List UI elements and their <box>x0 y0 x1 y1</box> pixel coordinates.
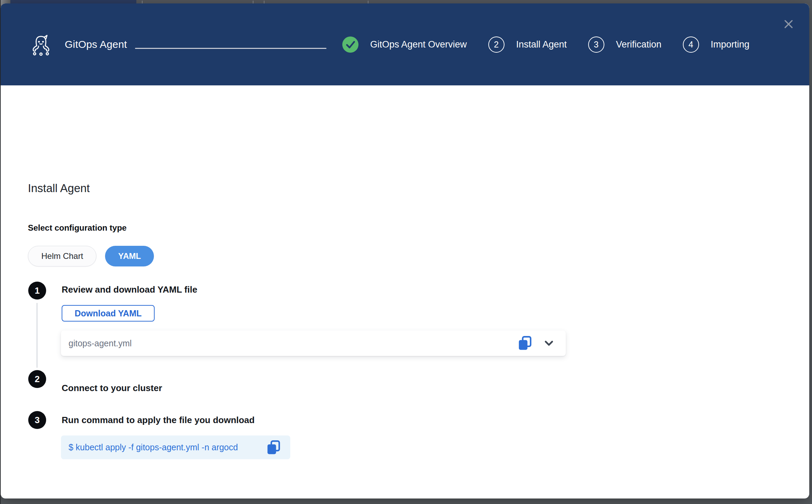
step-number-bullet: 2 <box>488 36 504 53</box>
step-1-number: 1 <box>28 282 46 300</box>
step-3-number: 3 <box>28 411 46 429</box>
close-button[interactable] <box>783 18 794 30</box>
config-option-yaml[interactable]: YAML <box>105 246 154 266</box>
copy-icon[interactable] <box>266 440 281 455</box>
stepper-item-install-agent[interactable]: 2 Install Agent <box>488 36 567 53</box>
wizard-header: GitOps Agent GitOps Agent Overview 2 Ins… <box>1 3 809 85</box>
stepper-label: Verification <box>616 39 662 50</box>
stepper-label: Install Agent <box>516 39 567 50</box>
stepper-item-overview[interactable]: GitOps Agent Overview <box>342 36 467 53</box>
header-divider <box>135 48 326 49</box>
step-number-bullet: 4 <box>683 36 699 53</box>
step-number-bullet: 3 <box>588 36 604 53</box>
gitops-agent-wizard-modal: GitOps Agent GitOps Agent Overview 2 Ins… <box>1 3 809 498</box>
step-complete-bullet <box>342 36 358 53</box>
stepper-item-importing[interactable]: 4 Importing <box>683 36 750 53</box>
config-type-toggle: Helm Chart YAML <box>28 246 154 266</box>
step-1-title: Review and download YAML file <box>62 284 197 295</box>
wizard-title: GitOps Agent <box>65 3 127 85</box>
kubectl-command-box: $ kubectl apply -f gitops-agent.yml -n a… <box>61 435 290 459</box>
stepper-label: GitOps Agent Overview <box>370 39 467 50</box>
download-yaml-button[interactable]: Download YAML <box>62 305 155 322</box>
config-option-helm-chart[interactable]: Helm Chart <box>28 246 96 266</box>
step-3-title: Run command to apply the file you downlo… <box>62 415 254 426</box>
kubectl-command-text: $ kubectl apply -f gitops-agent.yml -n a… <box>69 442 266 452</box>
stepper-item-verification[interactable]: 3 Verification <box>588 36 662 53</box>
wizard-stepper: GitOps Agent Overview 2 Install Agent 3 … <box>342 3 749 85</box>
yaml-file-name: gitops-agent.yml <box>69 338 517 348</box>
step-connector-line <box>37 303 38 368</box>
step-2-title: Connect to your cluster <box>62 383 162 393</box>
copy-icon[interactable] <box>517 335 533 351</box>
check-icon <box>342 36 358 53</box>
stepper-label: Importing <box>711 39 750 50</box>
step-2-number: 2 <box>28 370 46 388</box>
page-title: Install Agent <box>28 182 90 195</box>
gitops-agent-logo-icon <box>30 34 52 56</box>
yaml-file-row[interactable]: gitops-agent.yml <box>61 330 566 356</box>
close-icon <box>783 19 794 29</box>
config-type-label: Select configuration type <box>28 223 127 233</box>
chevron-down-icon[interactable] <box>542 337 555 350</box>
